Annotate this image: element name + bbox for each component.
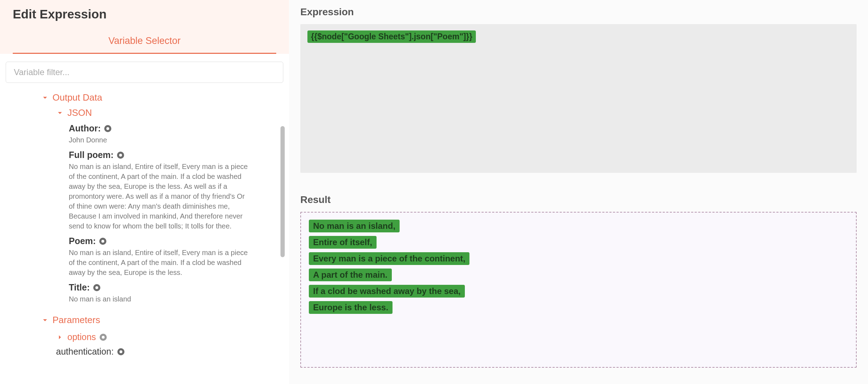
right-panel: Expression {{$node["Google Sheets"].json… — [289, 0, 868, 384]
result-line: Entire of itself, — [309, 236, 377, 249]
result-box: No man is an island, Entire of itself, E… — [300, 212, 857, 368]
circle-icon — [93, 284, 100, 291]
tab-variable-selector[interactable]: Variable Selector — [108, 35, 181, 53]
header: Edit Expression Variable Selector — [0, 0, 289, 54]
field-value: No man is an island, Entire of itself, E… — [69, 248, 269, 277]
tree-node-json[interactable]: JSON — [6, 107, 269, 118]
result-label: Result — [300, 194, 857, 205]
field-poem[interactable]: Poem: No man is an island, Entire of its… — [6, 236, 269, 277]
result-line: If a clod be washed away by the sea, — [309, 285, 465, 298]
filter-wrap — [0, 54, 289, 88]
param-key: authentication: — [56, 346, 114, 357]
tree-label-json: JSON — [67, 107, 92, 118]
tree-node-parameters[interactable]: Parameters — [6, 315, 269, 326]
tree-label-output-data: Output Data — [52, 92, 102, 103]
field-full-poem[interactable]: Full poem: No man is an island, Entire o… — [6, 150, 269, 231]
field-author[interactable]: Author: John Donne — [6, 123, 269, 145]
result-line: No man is an island, — [309, 220, 400, 232]
circle-icon — [100, 334, 107, 341]
field-value: No man is an island — [69, 294, 269, 304]
circle-icon — [104, 125, 111, 132]
tree-node-options[interactable]: options — [6, 332, 269, 342]
scrollbar-thumb[interactable] — [280, 126, 285, 257]
field-title[interactable]: Title: No man is an island — [6, 282, 269, 304]
chevron-right-icon — [56, 333, 64, 341]
field-value: John Donne — [69, 135, 269, 145]
expression-editor[interactable]: {{$node["Google Sheets"].json["Poem"]}} — [300, 24, 857, 173]
result-line: Europe is the less. — [309, 301, 393, 314]
circle-icon — [99, 238, 106, 245]
field-key: Title: — [69, 282, 90, 293]
expression-label: Expression — [300, 6, 857, 18]
param-authentication[interactable]: authentication: — [6, 346, 269, 357]
chevron-down-icon — [56, 109, 64, 117]
tree-scroll[interactable]: Output Data JSON Author: — [6, 88, 283, 384]
circle-icon — [117, 152, 124, 159]
tree-node-output-data[interactable]: Output Data — [6, 92, 269, 103]
tree-label-parameters: Parameters — [52, 315, 100, 326]
chevron-down-icon — [41, 94, 49, 102]
expression-token: {{$node["Google Sheets"].json["Poem"]}} — [307, 30, 476, 43]
page-title: Edit Expression — [13, 7, 276, 21]
left-panel: Edit Expression Variable Selector Output… — [0, 0, 289, 384]
tree-wrap: Output Data JSON Author: — [0, 88, 289, 384]
field-value: No man is an island, Entire of itself, E… — [69, 162, 269, 231]
tab-row: Variable Selector — [13, 35, 276, 54]
field-key: Full poem: — [69, 150, 113, 160]
field-key: Poem: — [69, 236, 96, 246]
result-line: A part of the main. — [309, 269, 392, 281]
result-line: Every man is a piece of the continent, — [309, 252, 469, 265]
variable-filter-input[interactable] — [6, 62, 283, 83]
circle-icon — [117, 348, 124, 355]
chevron-down-icon — [41, 316, 49, 324]
tree-label-options: options — [67, 332, 96, 342]
field-key: Author: — [69, 123, 101, 134]
